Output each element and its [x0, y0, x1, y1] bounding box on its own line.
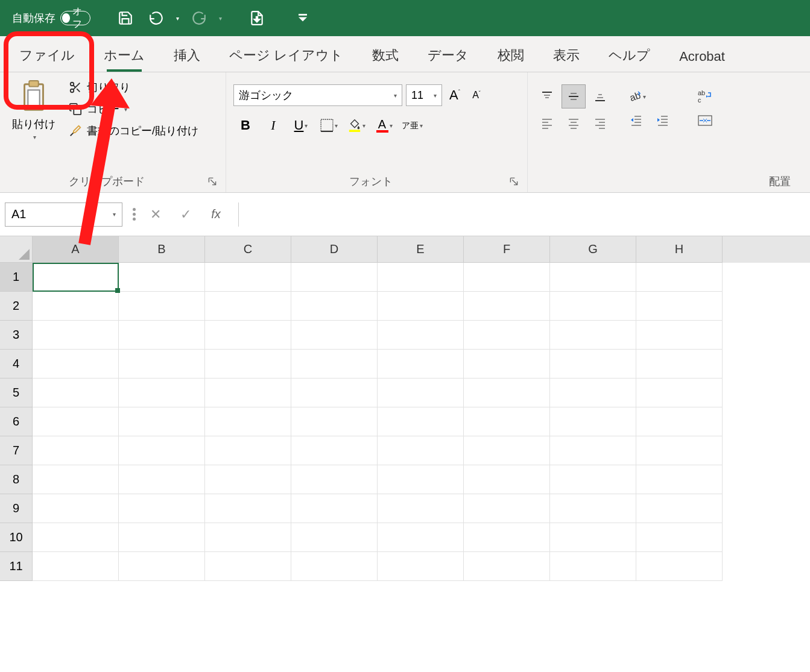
cell[interactable] — [291, 292, 378, 321]
cell[interactable] — [464, 292, 550, 321]
cell[interactable] — [550, 494, 636, 523]
cell[interactable] — [291, 523, 378, 552]
cell[interactable] — [33, 321, 119, 350]
cell[interactable] — [205, 263, 291, 292]
cell[interactable] — [205, 321, 291, 350]
toggle-switch[interactable]: オフ — [60, 11, 90, 25]
tab-file[interactable]: ファイル — [5, 39, 89, 72]
cell[interactable] — [378, 378, 464, 407]
save-button[interactable] — [115, 7, 136, 29]
cell[interactable] — [378, 350, 464, 378]
cell[interactable] — [205, 552, 291, 581]
decrease-indent-button[interactable] — [624, 110, 648, 131]
column-header[interactable]: G — [550, 236, 636, 263]
font-size-select[interactable]: 11 ▾ — [406, 84, 442, 106]
cell[interactable] — [205, 292, 291, 321]
cell[interactable] — [636, 263, 723, 292]
row-header[interactable]: 1 — [0, 263, 33, 292]
wrap-text-button[interactable]: abc — [687, 86, 723, 107]
column-header[interactable]: D — [291, 236, 378, 263]
cell[interactable] — [119, 321, 205, 350]
cell[interactable] — [291, 552, 378, 581]
cell[interactable] — [119, 436, 205, 465]
bold-button[interactable]: B — [233, 115, 258, 136]
row-header[interactable]: 7 — [0, 436, 33, 465]
underline-button[interactable]: U▾ — [289, 115, 313, 136]
row-header[interactable]: 10 — [0, 523, 33, 552]
decrease-font-size-button[interactable]: Aˇ — [467, 84, 486, 106]
cell[interactable] — [378, 292, 464, 321]
increase-font-size-button[interactable]: Aˆ — [446, 84, 464, 106]
cell[interactable] — [550, 465, 636, 494]
cell[interactable] — [205, 523, 291, 552]
cell[interactable] — [550, 321, 636, 350]
font-color-button[interactable]: A ▾ — [372, 115, 396, 136]
row-header[interactable]: 11 — [0, 552, 33, 581]
cell[interactable] — [378, 321, 464, 350]
cell[interactable] — [33, 465, 119, 494]
cell[interactable] — [378, 407, 464, 436]
font-dialog-launcher[interactable] — [508, 175, 520, 187]
cell[interactable] — [119, 465, 205, 494]
cell[interactable] — [33, 292, 119, 321]
cell[interactable] — [464, 494, 550, 523]
cell[interactable] — [33, 378, 119, 407]
cell[interactable] — [119, 378, 205, 407]
cell[interactable] — [291, 465, 378, 494]
cell[interactable] — [636, 465, 723, 494]
formula-input[interactable] — [238, 203, 805, 227]
cell[interactable] — [378, 465, 464, 494]
cell[interactable] — [636, 350, 723, 378]
cell[interactable] — [33, 494, 119, 523]
cell[interactable] — [464, 552, 550, 581]
cell[interactable] — [636, 321, 723, 350]
print-preview-button[interactable] — [246, 7, 268, 29]
cell[interactable] — [33, 263, 119, 292]
cell[interactable] — [550, 350, 636, 378]
cell[interactable] — [636, 378, 723, 407]
cell[interactable] — [119, 523, 205, 552]
cell[interactable] — [119, 263, 205, 292]
cell[interactable] — [636, 407, 723, 436]
cell[interactable] — [33, 552, 119, 581]
cell[interactable] — [550, 407, 636, 436]
column-header[interactable]: F — [464, 236, 550, 263]
cancel-formula-button[interactable]: ✕ — [141, 203, 171, 227]
cell[interactable] — [291, 407, 378, 436]
cell[interactable] — [550, 436, 636, 465]
cell[interactable] — [464, 523, 550, 552]
cell[interactable] — [464, 465, 550, 494]
column-header[interactable]: A — [33, 236, 119, 263]
cell[interactable] — [464, 436, 550, 465]
column-header[interactable]: C — [205, 236, 291, 263]
cell[interactable] — [464, 263, 550, 292]
cell[interactable] — [119, 350, 205, 378]
cell[interactable] — [378, 552, 464, 581]
italic-button[interactable]: I — [261, 115, 285, 136]
cell[interactable] — [119, 552, 205, 581]
cell[interactable] — [378, 523, 464, 552]
align-right-button[interactable] — [588, 111, 612, 135]
cell[interactable] — [550, 378, 636, 407]
row-header[interactable]: 9 — [0, 494, 33, 523]
tab-insert[interactable]: 挿入 — [159, 39, 215, 72]
cell[interactable] — [550, 552, 636, 581]
cell[interactable] — [33, 350, 119, 378]
name-box[interactable]: A1 ▾ — [5, 203, 122, 227]
tab-pagelayout[interactable]: ページ レイアウト — [215, 39, 358, 72]
row-header[interactable]: 3 — [0, 321, 33, 350]
cell[interactable] — [119, 292, 205, 321]
cell[interactable] — [636, 494, 723, 523]
confirm-formula-button[interactable]: ✓ — [171, 203, 201, 227]
column-header[interactable]: E — [378, 236, 464, 263]
tab-review[interactable]: 校閲 — [483, 39, 539, 72]
cell[interactable] — [291, 378, 378, 407]
namebox-resize-handle[interactable] — [127, 208, 141, 221]
cell[interactable] — [636, 292, 723, 321]
insert-function-button[interactable]: fx — [201, 203, 231, 227]
cell[interactable] — [378, 263, 464, 292]
font-name-select[interactable]: 游ゴシック ▾ — [233, 84, 402, 106]
undo-button[interactable] — [145, 7, 167, 29]
cell[interactable] — [33, 523, 119, 552]
cell[interactable] — [464, 378, 550, 407]
